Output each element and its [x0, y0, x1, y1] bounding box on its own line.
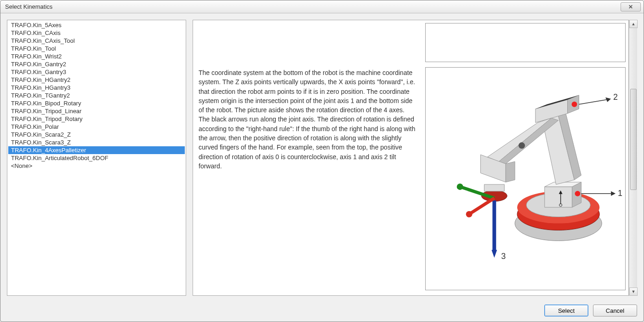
svg-line-25: [469, 198, 495, 214]
window-title: Select Kinematics: [5, 3, 52, 10]
list-item[interactable]: TRAFO.Kin_Polar: [8, 123, 185, 131]
titlebar[interactable]: Select Kinematics ✕: [0, 0, 644, 13]
list-item[interactable]: TRAFO.Kin_4AxesPalletizer: [8, 146, 185, 154]
list-item[interactable]: <None>: [8, 162, 185, 170]
list-item[interactable]: TRAFO.Kin_Tripod_Rotary: [8, 115, 185, 123]
svg-point-7: [575, 191, 581, 196]
svg-marker-4: [545, 187, 572, 207]
list-item[interactable]: TRAFO.Kin_Tool: [8, 45, 185, 52]
kinematics-listbox[interactable]: TRAFO.Kin_5AxesTRAFO.Kin_CAxisTRAFO.Kin_…: [7, 20, 186, 296]
svg-point-13: [572, 102, 577, 107]
list-item[interactable]: TRAFO.Kin_ArticulatedRobot_6DOF: [8, 154, 185, 162]
list-item[interactable]: TRAFO.Kin_Wrist2: [8, 52, 185, 60]
robot-illustration: 1 2 3: [426, 68, 625, 290]
list-item[interactable]: TRAFO.Kin_Gantry2: [8, 60, 185, 68]
scroll-down-arrow-icon[interactable]: ▼: [629, 288, 638, 296]
svg-marker-17: [506, 161, 515, 182]
list-item[interactable]: TRAFO.Kin_Scara3_Z: [8, 138, 185, 146]
detail-area: The coordinate system at the bottom of t…: [193, 20, 637, 296]
dialog-window: Select Kinematics ✕ TRAFO.Kin_5AxesTRAFO…: [0, 0, 644, 322]
svg-point-24: [457, 184, 463, 190]
svg-marker-22: [491, 250, 497, 258]
button-row: Select Cancel: [0, 302, 644, 322]
scroll-up-arrow-icon[interactable]: ▲: [629, 20, 638, 28]
svg-point-18: [519, 142, 525, 149]
vertical-scrollbar[interactable]: ▲ ▼: [629, 20, 637, 296]
detail-header-box: [425, 23, 626, 62]
svg-marker-14: [487, 118, 551, 162]
svg-point-26: [466, 211, 473, 218]
axis-label-2: 2: [613, 92, 618, 102]
list-item[interactable]: TRAFO.Kin_Gantry3: [8, 68, 185, 76]
list-item[interactable]: TRAFO.Kin_HGantry3: [8, 84, 185, 92]
list-item[interactable]: TRAFO.Kin_5Axes: [8, 21, 185, 29]
select-button[interactable]: Select: [544, 305, 588, 316]
list-item[interactable]: TRAFO.Kin_Tripod_Linear: [8, 107, 185, 115]
list-item[interactable]: TRAFO.Kin_Scara2_Z: [8, 131, 185, 138]
cancel-button-label: Cancel: [606, 307, 624, 314]
kinematics-image: 1 2 3: [425, 67, 626, 290]
close-icon: ✕: [628, 4, 633, 10]
svg-marker-20: [484, 184, 504, 191]
description-text: The coordinate system at the bottom of t…: [199, 68, 417, 171]
select-button-label: Select: [558, 307, 575, 314]
list-item[interactable]: TRAFO.Kin_HGantry2: [8, 76, 185, 84]
cancel-button[interactable]: Cancel: [593, 305, 637, 316]
list-item[interactable]: TRAFO.Kin_CAxis: [8, 29, 185, 37]
axis-label-1: 1: [618, 189, 622, 198]
axis-label-3: 3: [501, 252, 506, 261]
detail-frame: The coordinate system at the bottom of t…: [193, 20, 629, 296]
list-item[interactable]: TRAFO.Kin_CAxis_Tool: [8, 37, 185, 45]
svg-line-29: [579, 100, 606, 104]
svg-marker-28: [611, 191, 616, 196]
close-button[interactable]: ✕: [621, 2, 641, 12]
content-area: TRAFO.Kin_5AxesTRAFO.Kin_CAxisTRAFO.Kin_…: [0, 13, 644, 302]
scroll-thumb[interactable]: [630, 89, 637, 190]
list-item[interactable]: TRAFO.Kin_TGantry2: [8, 92, 185, 99]
list-item[interactable]: TRAFO.Kin_Bipod_Rotary: [8, 99, 185, 107]
